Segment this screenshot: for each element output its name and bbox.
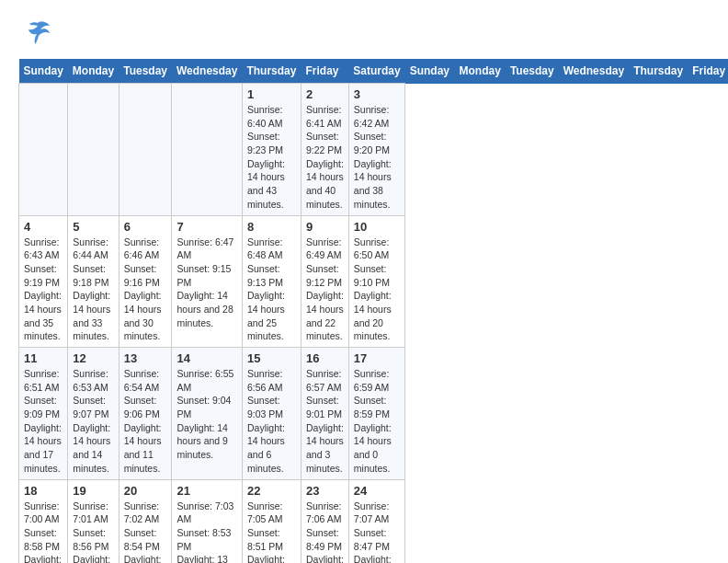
calendar-cell [119, 84, 172, 216]
day-info: Sunrise: 7:01 AMSunset: 8:56 PMDaylight:… [73, 500, 113, 564]
column-header-monday: Monday [455, 59, 506, 84]
column-header-friday: Friday [688, 59, 728, 84]
day-number: 14 [176, 351, 236, 365]
day-info: Sunrise: 7:05 AMSunset: 8:51 PMDaylight:… [247, 500, 296, 564]
calendar-cell: 9Sunrise: 6:49 AMSunset: 9:12 PMDaylight… [301, 215, 348, 348]
calendar-cell: 14Sunrise: 6:55 AMSunset: 9:04 PMDayligh… [172, 348, 242, 480]
calendar-table: SundayMondayTuesdayWednesdayThursdayFrid… [18, 59, 728, 563]
day-info: Sunrise: 7:03 AMSunset: 8:53 PMDaylight:… [176, 500, 236, 564]
day-info: Sunrise: 7:07 AMSunset: 8:47 PMDaylight:… [354, 500, 400, 564]
calendar-cell: 4Sunrise: 6:43 AMSunset: 9:19 PMDaylight… [19, 215, 68, 348]
column-header-wednesday: Wednesday [172, 59, 242, 84]
calendar-cell: 5Sunrise: 6:44 AMSunset: 9:18 PMDaylight… [68, 215, 119, 348]
day-number: 15 [247, 351, 296, 365]
calendar-week-row: 4Sunrise: 6:43 AMSunset: 9:19 PMDaylight… [19, 215, 729, 348]
day-number: 20 [124, 484, 167, 498]
day-number: 3 [354, 87, 400, 101]
day-number: 17 [354, 351, 400, 365]
day-number: 4 [24, 220, 63, 234]
calendar-cell: 8Sunrise: 6:48 AMSunset: 9:13 PMDaylight… [242, 215, 301, 348]
column-header-tuesday: Tuesday [506, 59, 559, 84]
day-number: 9 [306, 220, 344, 234]
day-info: Sunrise: 6:54 AMSunset: 9:06 PMDaylight:… [124, 367, 167, 476]
calendar-week-row: 1Sunrise: 6:40 AMSunset: 9:23 PMDaylight… [19, 84, 729, 216]
calendar-cell: 20Sunrise: 7:02 AMSunset: 8:54 PMDayligh… [119, 479, 172, 563]
column-header-tuesday: Tuesday [119, 59, 172, 84]
day-number: 1 [247, 87, 296, 101]
calendar-cell: 12Sunrise: 6:53 AMSunset: 9:07 PMDayligh… [68, 348, 119, 480]
day-number: 16 [306, 351, 344, 365]
day-info: Sunrise: 6:50 AMSunset: 9:10 PMDaylight:… [354, 236, 400, 344]
day-number: 8 [247, 220, 296, 234]
calendar-cell: 3Sunrise: 6:42 AMSunset: 9:20 PMDaylight… [348, 84, 404, 216]
calendar-cell: 21Sunrise: 7:03 AMSunset: 8:53 PMDayligh… [172, 479, 242, 563]
column-header-sunday: Sunday [19, 59, 68, 84]
day-info: Sunrise: 6:46 AMSunset: 9:16 PMDaylight:… [124, 236, 167, 344]
day-number: 24 [354, 484, 400, 498]
calendar-cell: 2Sunrise: 6:41 AMSunset: 9:22 PMDaylight… [301, 84, 348, 216]
day-info: Sunrise: 6:48 AMSunset: 9:13 PMDaylight:… [247, 236, 296, 344]
calendar-cell: 17Sunrise: 6:59 AMSunset: 8:59 PMDayligh… [348, 348, 404, 480]
calendar-cell [68, 84, 119, 216]
logo [18, 18, 51, 50]
day-info: Sunrise: 7:06 AMSunset: 8:49 PMDaylight:… [306, 500, 344, 564]
day-info: Sunrise: 6:47 AMSunset: 9:15 PMDaylight:… [176, 236, 236, 330]
calendar-cell: 18Sunrise: 7:00 AMSunset: 8:58 PMDayligh… [19, 479, 68, 563]
calendar-cell: 6Sunrise: 6:46 AMSunset: 9:16 PMDaylight… [119, 215, 172, 348]
calendar-cell: 15Sunrise: 6:56 AMSunset: 9:03 PMDayligh… [242, 348, 301, 480]
page-header [18, 18, 710, 50]
day-info: Sunrise: 6:59 AMSunset: 8:59 PMDaylight:… [354, 367, 400, 476]
day-info: Sunrise: 6:51 AMSunset: 9:09 PMDaylight:… [24, 367, 63, 476]
calendar-week-row: 18Sunrise: 7:00 AMSunset: 8:58 PMDayligh… [19, 479, 729, 563]
logo-bird-icon [24, 18, 51, 50]
day-number: 13 [124, 351, 167, 365]
column-header-thursday: Thursday [242, 59, 301, 84]
column-header-sunday: Sunday [405, 59, 455, 84]
day-info: Sunrise: 6:53 AMSunset: 9:07 PMDaylight:… [73, 367, 113, 476]
day-info: Sunrise: 6:44 AMSunset: 9:18 PMDaylight:… [73, 236, 113, 344]
day-number: 6 [124, 220, 167, 234]
day-info: Sunrise: 7:00 AMSunset: 8:58 PMDaylight:… [24, 500, 63, 564]
calendar-cell [172, 84, 242, 216]
day-info: Sunrise: 6:43 AMSunset: 9:19 PMDaylight:… [24, 236, 63, 344]
calendar-cell: 24Sunrise: 7:07 AMSunset: 8:47 PMDayligh… [348, 479, 404, 563]
day-number: 2 [306, 87, 344, 101]
day-info: Sunrise: 6:40 AMSunset: 9:23 PMDaylight:… [247, 103, 296, 212]
day-number: 11 [24, 351, 63, 365]
calendar-cell: 11Sunrise: 6:51 AMSunset: 9:09 PMDayligh… [19, 348, 68, 480]
day-info: Sunrise: 6:55 AMSunset: 9:04 PMDaylight:… [176, 367, 236, 462]
calendar-cell: 7Sunrise: 6:47 AMSunset: 9:15 PMDaylight… [172, 215, 242, 348]
day-info: Sunrise: 6:57 AMSunset: 9:01 PMDaylight:… [306, 367, 344, 476]
calendar-cell [19, 84, 68, 216]
day-number: 7 [176, 220, 236, 234]
calendar-cell: 10Sunrise: 6:50 AMSunset: 9:10 PMDayligh… [348, 215, 404, 348]
calendar-cell: 19Sunrise: 7:01 AMSunset: 8:56 PMDayligh… [68, 479, 119, 563]
column-header-wednesday: Wednesday [559, 59, 629, 84]
day-number: 12 [73, 351, 113, 365]
calendar-header-row: SundayMondayTuesdayWednesdayThursdayFrid… [19, 59, 729, 84]
day-info: Sunrise: 6:49 AMSunset: 9:12 PMDaylight:… [306, 236, 344, 344]
day-number: 18 [24, 484, 63, 498]
day-number: 21 [176, 484, 236, 498]
column-header-thursday: Thursday [629, 59, 688, 84]
day-info: Sunrise: 6:56 AMSunset: 9:03 PMDaylight:… [247, 367, 296, 476]
calendar-cell: 1Sunrise: 6:40 AMSunset: 9:23 PMDaylight… [242, 84, 301, 216]
day-number: 23 [306, 484, 344, 498]
calendar-week-row: 11Sunrise: 6:51 AMSunset: 9:09 PMDayligh… [19, 348, 729, 480]
day-number: 10 [354, 220, 400, 234]
day-number: 5 [73, 220, 113, 234]
column-header-friday: Friday [301, 59, 348, 84]
calendar-cell: 16Sunrise: 6:57 AMSunset: 9:01 PMDayligh… [301, 348, 348, 480]
calendar-cell: 23Sunrise: 7:06 AMSunset: 8:49 PMDayligh… [301, 479, 348, 563]
day-number: 22 [247, 484, 296, 498]
day-info: Sunrise: 6:42 AMSunset: 9:20 PMDaylight:… [354, 103, 400, 212]
calendar-cell: 13Sunrise: 6:54 AMSunset: 9:06 PMDayligh… [119, 348, 172, 480]
column-header-monday: Monday [68, 59, 119, 84]
column-header-saturday: Saturday [348, 59, 404, 84]
day-info: Sunrise: 7:02 AMSunset: 8:54 PMDaylight:… [124, 500, 167, 564]
day-number: 19 [73, 484, 113, 498]
day-info: Sunrise: 6:41 AMSunset: 9:22 PMDaylight:… [306, 103, 344, 212]
calendar-cell: 22Sunrise: 7:05 AMSunset: 8:51 PMDayligh… [242, 479, 301, 563]
